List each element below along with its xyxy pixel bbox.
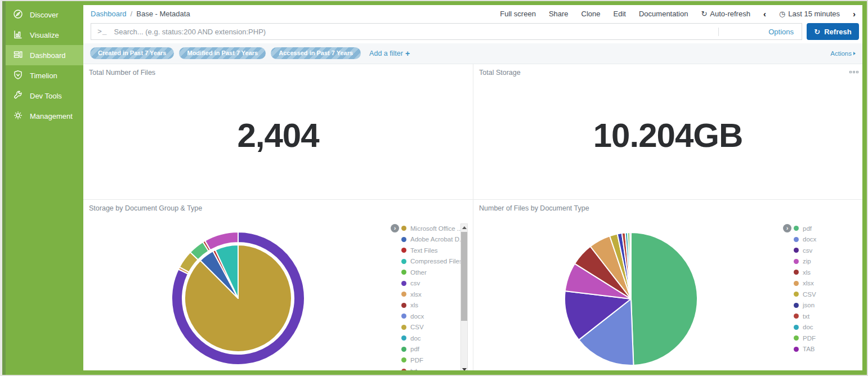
- legend-color-dot: [794, 292, 799, 297]
- legend-item[interactable]: Text Files: [401, 245, 465, 256]
- legend-item[interactable]: PDF: [794, 333, 816, 344]
- legend-color-dot: [401, 248, 406, 253]
- legend-color-dot: [794, 303, 799, 308]
- legend-item[interactable]: Microsoft Office ...: [401, 223, 465, 234]
- legend-item[interactable]: pdf: [794, 223, 816, 234]
- scrollbar-thumb[interactable]: [461, 232, 467, 321]
- filter-bar: Created in Past 7 Years Modified in Past…: [83, 43, 862, 64]
- top-bar: Dashboard / Base - Metadata Full screen …: [83, 5, 862, 21]
- legend-item[interactable]: csv: [794, 245, 816, 256]
- legend-item[interactable]: CSV: [794, 289, 816, 300]
- chart-legend: pdfdocxcsvzipxlsxlsxCSVjsontxtdocPDFTAB: [794, 223, 816, 355]
- pie-chart[interactable]: [563, 231, 699, 369]
- actions-arrow-icon: [853, 52, 856, 55]
- time-back-chevron-icon[interactable]: ‹: [763, 10, 766, 18]
- legend-item[interactable]: zip: [794, 256, 816, 267]
- panel-options-icon[interactable]: [849, 71, 858, 73]
- scroll-down-arrow-icon[interactable]: [462, 368, 467, 370]
- legend-color-dot: [794, 314, 799, 319]
- legend-item[interactable]: doc: [401, 333, 465, 344]
- filter-pill-accessed[interactable]: Accessed in Past 7 Years: [271, 47, 361, 59]
- legend-label: doc: [410, 335, 421, 342]
- legend-item[interactable]: doc: [794, 322, 816, 333]
- legend-item[interactable]: CSV: [401, 322, 465, 333]
- sidebar-item-timelion[interactable]: Timelion: [6, 65, 83, 86]
- plus-icon: +: [405, 49, 410, 58]
- legend-scrollbar[interactable]: [460, 223, 468, 370]
- dashboard-grid: Total Number of Files 2,404 Total Storag…: [83, 64, 862, 370]
- time-forward-chevron-icon[interactable]: ›: [853, 10, 856, 18]
- breadcrumb-dashboard-link[interactable]: Dashboard: [91, 10, 127, 18]
- sidebar-item-dev-tools[interactable]: Dev Tools: [6, 86, 83, 106]
- legend-color-dot: [401, 237, 406, 242]
- legend-color-dot: [401, 281, 406, 286]
- legend-item[interactable]: TAB: [794, 344, 816, 355]
- legend-item[interactable]: xls: [401, 300, 465, 311]
- legend-item[interactable]: xls: [794, 267, 816, 278]
- sidebar-item-dashboard[interactable]: Dashboard: [6, 45, 83, 65]
- breadcrumb-current: Base - Metadata: [136, 10, 190, 18]
- sidebar-item-label: Dev Tools: [30, 92, 62, 100]
- legend-label: docx: [803, 236, 816, 243]
- legend-color-dot: [401, 347, 406, 352]
- legend-item[interactable]: Compressed Files: [401, 256, 465, 267]
- search-input[interactable]: [113, 27, 718, 37]
- legend-color-dot: [794, 335, 799, 341]
- scroll-up-arrow-icon[interactable]: [462, 226, 467, 229]
- dashboard-icon: [13, 50, 23, 61]
- legend-label: csv: [803, 247, 812, 254]
- add-filter-button[interactable]: Add a filter +: [369, 49, 410, 58]
- options-link[interactable]: Options: [768, 28, 794, 36]
- wrench-icon: [13, 90, 23, 102]
- edit-button[interactable]: Edit: [614, 10, 626, 18]
- filter-pill-created[interactable]: Created in Past 7 Years: [90, 47, 174, 59]
- auto-refresh-label: Auto-refresh: [710, 10, 750, 18]
- terminal-prompt-icon: >_: [91, 28, 113, 36]
- legend-label: Other: [410, 269, 427, 276]
- panel-files-by-type: Number of Files by Document Type › pdfdo…: [473, 199, 862, 370]
- refresh-button[interactable]: ↻ Refresh: [807, 23, 859, 40]
- legend-item[interactable]: pdf: [401, 344, 465, 355]
- share-button[interactable]: Share: [549, 10, 569, 18]
- legend-item[interactable]: csv: [401, 278, 465, 289]
- legend-item[interactable]: Other: [401, 267, 465, 278]
- sidebar-item-visualize[interactable]: Visualize: [6, 25, 83, 45]
- sunburst-chart[interactable]: [171, 231, 306, 368]
- legend-item[interactable]: docx: [794, 234, 816, 245]
- compass-icon: [13, 9, 23, 21]
- legend-item[interactable]: xlsx: [401, 289, 465, 300]
- legend-color-dot: [794, 347, 799, 352]
- documentation-link[interactable]: Documentation: [639, 10, 688, 18]
- filter-pill-modified[interactable]: Modified in Past 7 Years: [179, 47, 266, 59]
- legend-color-dot: [794, 226, 799, 231]
- auto-refresh-button[interactable]: ↻ Auto-refresh: [701, 10, 750, 18]
- total-files-metric: 2,404: [83, 64, 473, 199]
- legend-item[interactable]: PDF: [401, 355, 465, 366]
- legend-item[interactable]: xlsx: [794, 278, 816, 289]
- legend-label: CSV: [410, 324, 424, 330]
- legend-item[interactable]: docx: [401, 311, 465, 322]
- legend-item[interactable]: json: [794, 300, 816, 311]
- legend-color-dot: [794, 325, 799, 330]
- legend-item[interactable]: Adobe Acrobat D...: [401, 234, 465, 245]
- legend-label: xls: [803, 269, 811, 276]
- time-range-picker[interactable]: ◷ Last 15 minutes: [779, 10, 840, 18]
- total-storage-metric: 10.204GB: [473, 64, 862, 199]
- legend-toggle-chevron-icon[interactable]: ›: [783, 224, 791, 232]
- sidebar-item-discover[interactable]: Discover: [6, 5, 83, 25]
- legend-color-dot: [794, 259, 799, 264]
- bar-chart-icon: [13, 29, 23, 41]
- full-screen-button[interactable]: Full screen: [500, 10, 536, 18]
- clone-button[interactable]: Clone: [581, 10, 601, 18]
- pie-slice[interactable]: [631, 232, 697, 365]
- legend-label: pdf: [803, 225, 812, 232]
- clock-icon: ◷: [779, 10, 785, 18]
- legend-label: TAB: [803, 346, 815, 352]
- sidebar-item-management[interactable]: Management: [6, 106, 83, 126]
- legend-color-dot: [401, 335, 406, 341]
- legend-item[interactable]: txt: [794, 311, 816, 322]
- actions-menu-button[interactable]: Actions: [830, 50, 856, 57]
- legend-toggle-chevron-icon[interactable]: ›: [391, 224, 399, 232]
- time-range-label: Last 15 minutes: [788, 10, 840, 18]
- legend-item[interactable]: txt: [401, 366, 465, 371]
